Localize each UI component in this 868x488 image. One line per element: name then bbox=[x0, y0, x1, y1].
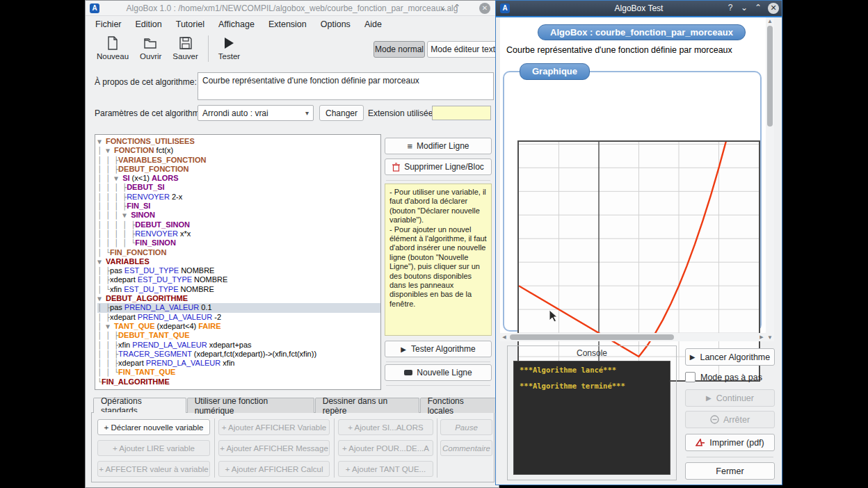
horizontal-scrollbar[interactable]: ◀ ▶ bbox=[500, 333, 766, 341]
action-ajouter-si-alors[interactable]: + Ajouter SI...ALORS bbox=[338, 419, 433, 435]
print-pdf-button[interactable]: Imprimer (pdf) bbox=[685, 434, 775, 451]
close-test-button[interactable]: Fermer bbox=[685, 462, 775, 480]
action-ajouter-afficher-message[interactable]: + Ajouter AFFICHER Message bbox=[218, 440, 330, 456]
maximize-icon[interactable]: ⌃ bbox=[753, 3, 764, 13]
tree-row[interactable]: │ │ ├DEBUT_TANT_QUE bbox=[97, 331, 380, 340]
action-d-clarer-nouvelle-variable[interactable]: + Déclarer nouvelle variable bbox=[97, 419, 210, 435]
mode-normal-button[interactable]: Mode normal bbox=[373, 41, 425, 58]
action-ajouter-lire-variable[interactable]: + Ajouter LIRE variable bbox=[97, 440, 210, 456]
vertical-scrollbar[interactable]: ▲ ▼ bbox=[766, 17, 774, 341]
action-pause[interactable]: Pause bbox=[440, 419, 492, 435]
delete-line-label: Supprimer Ligne/Bloc bbox=[404, 162, 484, 172]
main-titlebar[interactable]: A AlgoBox 1.0 : /home/xm1/NEWCOMPIL/algo… bbox=[86, 1, 499, 16]
action-affecter-valeur-variable[interactable]: + AFFECTER valeur à variable bbox=[97, 461, 210, 477]
main-window-title: AlgoBox 1.0 : /home/xm1/NEWCOMPIL/algobo… bbox=[86, 3, 499, 13]
tree-row[interactable]: │ │ ├VARIABLES_FONCTION bbox=[97, 156, 380, 165]
launch-algorithm-button[interactable]: ▶ Lancer Algorithme bbox=[685, 348, 775, 366]
tree-row[interactable]: └FIN_ALGORITHME bbox=[97, 377, 380, 387]
tree-row[interactable]: │ │ │ ├DEBUT_SI bbox=[97, 183, 380, 192]
tree-row-selected[interactable]: │ ├pas PREND_LA_VALEUR 0.1 bbox=[97, 303, 380, 312]
console-group: Console ***Algorithme lancé******Algorit… bbox=[507, 345, 677, 480]
tree-row[interactable]: │ │ │ ├RENVOYER 2-x bbox=[97, 193, 380, 202]
tree-row[interactable]: │ │ └FIN_TANT_QUE bbox=[97, 368, 380, 377]
menu-aide[interactable]: Aide bbox=[357, 17, 389, 31]
tree-row[interactable]: │ ▼ TANT_QUE (xdepart<4) FAIRE bbox=[97, 322, 380, 331]
maximize-icon[interactable]: ⌃ bbox=[451, 3, 463, 13]
tree-row[interactable]: │ │ ▼ SI (x<1) ALORS bbox=[97, 174, 380, 183]
about-textarea[interactable]: Courbe représentative d'une fonction déf… bbox=[198, 72, 494, 100]
tree-row[interactable]: │ │ ├TRACER_SEGMENT (xdepart,fct(xdepart… bbox=[97, 350, 380, 359]
close-icon[interactable]: ✕ bbox=[768, 3, 779, 14]
action-commentaire[interactable]: Commentaire bbox=[440, 440, 492, 456]
change-button[interactable]: Changer bbox=[319, 105, 364, 121]
help-text-box: - Pour utiliser une variable, il faut d'… bbox=[385, 184, 492, 336]
delete-line-button[interactable]: Supprimer Ligne/Bloc bbox=[385, 158, 492, 175]
save-button[interactable]: Sauver bbox=[167, 34, 203, 63]
scroll-down-icon[interactable]: ▼ bbox=[766, 334, 774, 341]
minimize-icon[interactable]: ⌄ bbox=[739, 3, 750, 13]
tree-token: FIN_SI bbox=[127, 202, 150, 210]
tree-row[interactable]: │ ├pas EST_DU_TYPE NOMBRE bbox=[97, 266, 380, 275]
scroll-up-icon[interactable]: ▲ bbox=[766, 18, 774, 24]
action-ajouter-pour-de-a[interactable]: + Ajouter POUR...DE...A bbox=[338, 440, 433, 456]
menu-extension[interactable]: Extension bbox=[262, 17, 314, 31]
new-line-button[interactable]: Nouvelle Ligne bbox=[385, 364, 492, 381]
tree-row[interactable]: │ ├xdepart PREND_LA_VALEUR -2 bbox=[97, 313, 380, 322]
close-icon[interactable]: ✕ bbox=[479, 3, 490, 14]
tree-row[interactable]: │ │ │ │ └FIN_SINON bbox=[97, 238, 380, 247]
tree-branch-lines: │ │ │ ▼ bbox=[97, 211, 131, 219]
help-icon[interactable]: ? bbox=[725, 3, 736, 13]
new-button[interactable]: Nouveau bbox=[91, 34, 134, 63]
modify-line-button[interactable]: ≡ Modifier Ligne bbox=[385, 138, 492, 154]
test-button[interactable]: Tester bbox=[213, 34, 246, 63]
tree-row[interactable]: │ │ │ ├FIN_SI bbox=[97, 202, 380, 211]
action-ajouter-tant-que[interactable]: + Ajouter TANT QUE... bbox=[338, 461, 433, 477]
tab-fonctions-locales[interactable]: Fonctions locales bbox=[420, 398, 498, 413]
tree-row[interactable]: ▼ VARIABLES bbox=[97, 257, 380, 266]
algorithm-tree[interactable]: ▼ FONCTIONS_UTILISEES│ ▼ FONCTION fct(x)… bbox=[95, 134, 381, 390]
tree-row[interactable]: ▼ FONCTIONS_UTILISEES bbox=[97, 137, 380, 146]
test-titlebar[interactable]: A AlgoBox Test ? ⌄ ⌃ ✕ bbox=[496, 1, 782, 16]
tab-utiliser-une-fonction-num-rique[interactable]: Utiliser une fonction numérique bbox=[187, 398, 314, 413]
menu-fichier[interactable]: Fichier bbox=[88, 17, 129, 31]
test-button-label: Tester bbox=[218, 52, 240, 60]
graphique-tab[interactable]: Graphique bbox=[520, 63, 590, 80]
action-ajouter-afficher-variable[interactable]: + Ajouter AFFICHER Variable bbox=[218, 419, 330, 435]
tree-row[interactable]: │ │ │ ▼ SINON bbox=[97, 211, 380, 220]
menu-tutoriel[interactable]: Tutoriel bbox=[169, 17, 211, 31]
tab-op-rations-standards[interactable]: Opérations standards bbox=[93, 398, 186, 413]
tree-token: xdepart bbox=[110, 313, 138, 321]
step-mode-checkbox[interactable] bbox=[685, 372, 696, 382]
minimize-icon[interactable]: ⌄ bbox=[437, 3, 449, 13]
tree-row[interactable]: │ │ ├xfin PREND_LA_VALEUR xdepart+pas bbox=[97, 341, 380, 350]
tree-row[interactable]: │ └xfin EST_DU_TYPE NOMBRE bbox=[97, 285, 380, 294]
scroll-right-icon[interactable]: ▶ bbox=[757, 334, 766, 340]
menu-options[interactable]: Options bbox=[314, 17, 357, 31]
tree-row[interactable]: │ │ │ │ ├DEBUT_SINON bbox=[97, 220, 380, 229]
stop-button[interactable]: Arrêter bbox=[685, 411, 775, 428]
horizontal-scrollbar-thumb[interactable] bbox=[510, 334, 674, 340]
menu-affichage[interactable]: Affichage bbox=[211, 17, 262, 31]
tree-row[interactable]: │ └FIN_FONCTION bbox=[97, 248, 380, 257]
scroll-left-icon[interactable]: ◀ bbox=[500, 334, 508, 340]
action-ajouter-afficher-calcul[interactable]: + Ajouter AFFICHER Calcul bbox=[218, 461, 330, 477]
tree-row[interactable]: │ │ ├xdepart PREND_LA_VALEUR xfin bbox=[97, 359, 380, 368]
tree-row[interactable]: │ │ │ │ ├RENVOYER x*x bbox=[97, 229, 380, 238]
tree-row[interactable]: │ │ ├DEBUT_FONCTION bbox=[97, 165, 380, 174]
tree-row[interactable]: │ ▼ FONCTION fct(x) bbox=[97, 146, 380, 155]
tree-token: FIN_TANT_QUE bbox=[118, 368, 175, 376]
step-mode-row[interactable]: Mode pas à pas bbox=[685, 372, 762, 382]
tree-token: FIN_FONCTION bbox=[110, 248, 166, 257]
tree-row[interactable]: ▼ DEBUT_ALGORITHME bbox=[97, 294, 380, 303]
continue-button[interactable]: ▶ Continuer bbox=[685, 389, 775, 407]
tree-row[interactable]: │ ├xdepart EST_DU_TYPE NOMBRE bbox=[97, 275, 380, 284]
extension-input[interactable] bbox=[432, 106, 491, 120]
rounding-combo[interactable]: Arrondi auto : vrai ▾ bbox=[198, 105, 314, 121]
menu-edition[interactable]: Edition bbox=[129, 17, 169, 31]
tab-dessiner-dans-un-rep-re[interactable]: Dessiner dans un repère bbox=[315, 398, 419, 413]
open-button[interactable]: Ouvrir bbox=[134, 34, 167, 63]
test-algorithm-button[interactable]: ▶ Tester Algorithme bbox=[385, 341, 492, 357]
mode-editor-button[interactable]: Mode éditeur texte bbox=[427, 41, 504, 58]
vertical-scrollbar-thumb[interactable] bbox=[767, 26, 773, 127]
tree-branch-lines: │ ├ bbox=[97, 267, 110, 275]
